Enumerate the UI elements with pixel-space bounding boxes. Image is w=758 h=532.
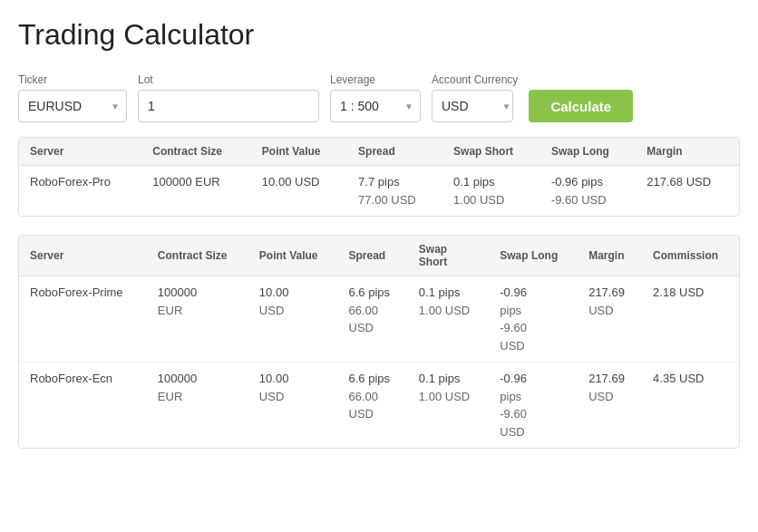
controls-bar: Ticker EURUSD GBPUSD USDJPY XAUUSD Lot L… — [18, 73, 740, 122]
table-row: RoboForex-Pro 100000 EUR 10.00 USD 7.7 p… — [19, 166, 739, 217]
table2-row1-margin: 217.69 USD — [578, 276, 642, 363]
table1: Server Contract Size Point Value Spread … — [19, 138, 739, 216]
table1-col-swap-long: Swap Long — [540, 138, 636, 166]
table2-row1-contract-size: 100000 EUR — [147, 276, 248, 363]
table2-row1-server: RoboForex-Prime — [19, 276, 147, 363]
table2-col-contract-size: Contract Size — [147, 236, 248, 276]
table1-col-swap-short: Swap Short — [442, 138, 540, 166]
table2-row1-commission: 2.18 USD — [642, 276, 739, 363]
table2-col-point-value: Point Value — [248, 236, 338, 276]
currency-field-group: Account Currency USD EUR GBP — [432, 73, 518, 122]
table2-col-swap-long: Swap Long — [489, 236, 578, 276]
table1-col-margin: Margin — [636, 138, 739, 166]
table2-col-margin: Margin — [578, 236, 642, 276]
table2: Server Contract Size Point Value Spread … — [19, 236, 739, 448]
leverage-select[interactable]: 1 : 50 1 : 100 1 : 200 1 : 500 1 : 1000 — [330, 90, 421, 122]
lot-field-group: Lot — [138, 73, 319, 122]
table2-row2-point-value: 10.00 USD — [248, 363, 338, 449]
table1-row1-spread: 7.7 pips 77.00 USD — [347, 166, 442, 217]
calculate-button[interactable]: Calculate — [529, 90, 633, 122]
lot-label: Lot — [138, 73, 319, 86]
currency-select[interactable]: USD EUR GBP — [432, 90, 513, 122]
table2-row2-swap-long: -0.96 pips -9.60 USD — [489, 363, 578, 449]
table2-col-commission: Commission — [642, 236, 739, 276]
table2-col-server: Server — [19, 236, 147, 276]
table2-row2-swap-short: 0.1 pips 1.00 USD — [408, 363, 489, 449]
table1-row1-margin: 217.68 USD — [636, 166, 739, 217]
page-title: Trading Calculator — [18, 18, 740, 52]
table2-row2-spread: 6.6 pips 66.00 USD — [338, 363, 408, 449]
ticker-field-group: Ticker EURUSD GBPUSD USDJPY XAUUSD — [18, 73, 127, 122]
table2-row2-server: RoboForex-Ecn — [19, 363, 147, 449]
table1-container: Server Contract Size Point Value Spread … — [18, 137, 740, 217]
leverage-field-group: Leverage 1 : 50 1 : 100 1 : 200 1 : 500 … — [330, 73, 421, 122]
table2-col-swap-short: SwapShort — [408, 236, 489, 276]
ticker-label: Ticker — [18, 73, 127, 86]
table1-col-point-value: Point Value — [251, 138, 347, 166]
table1-row1-point-value: 10.00 USD — [251, 166, 347, 217]
lot-input[interactable] — [138, 90, 319, 122]
ticker-select-wrap: EURUSD GBPUSD USDJPY XAUUSD — [18, 90, 127, 122]
table2-row2-commission: 4.35 USD — [642, 363, 739, 449]
table2-container: Server Contract Size Point Value Spread … — [18, 235, 740, 449]
leverage-label: Leverage — [330, 73, 421, 86]
table1-col-contract-size: Contract Size — [141, 138, 251, 166]
currency-select-wrap: USD EUR GBP — [432, 90, 518, 122]
table-row: RoboForex-Prime 100000 EUR 10.00 USD 6.6… — [19, 276, 739, 363]
table2-row1-swap-long: -0.96 pips -9.60 USD — [489, 276, 578, 363]
table-row: RoboForex-Ecn 100000 EUR 10.00 USD 6.6 p… — [19, 363, 739, 449]
table1-header-row: Server Contract Size Point Value Spread … — [19, 138, 739, 166]
table2-header-row: Server Contract Size Point Value Spread … — [19, 236, 739, 276]
table1-row1-swap-short: 0.1 pips 1.00 USD — [442, 166, 540, 217]
table2-col-spread: Spread — [338, 236, 408, 276]
currency-label: Account Currency — [432, 73, 518, 86]
table2-row1-swap-short: 0.1 pips 1.00 USD — [408, 276, 489, 363]
table2-row2-contract-size: 100000 EUR — [147, 363, 248, 449]
table2-row1-point-value: 10.00 USD — [248, 276, 338, 363]
ticker-select[interactable]: EURUSD GBPUSD USDJPY XAUUSD — [18, 90, 127, 122]
table1-col-server: Server — [19, 138, 141, 166]
table1-row1-swap-long: -0.96 pips -9.60 USD — [540, 166, 636, 217]
table2-row2-margin: 217.69 USD — [578, 363, 642, 449]
table1-col-spread: Spread — [347, 138, 442, 166]
table1-row1-server: RoboForex-Pro — [19, 166, 141, 217]
table1-row1-contract-size: 100000 EUR — [141, 166, 251, 217]
table2-row1-spread: 6.6 pips 66.00 USD — [338, 276, 408, 363]
leverage-select-wrap: 1 : 50 1 : 100 1 : 200 1 : 500 1 : 1000 — [330, 90, 421, 122]
